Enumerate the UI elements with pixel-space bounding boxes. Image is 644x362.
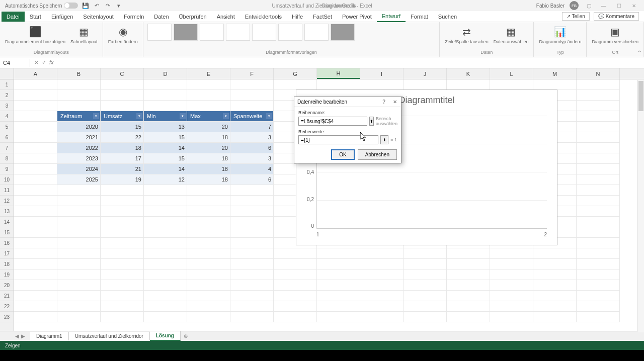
style-thumb-8[interactable]: [331, 24, 355, 41]
tab-formeln[interactable]: Formeln: [119, 12, 149, 22]
cell[interactable]: [404, 312, 447, 322]
cell[interactable]: [274, 248, 317, 259]
cell[interactable]: [533, 280, 577, 291]
cell[interactable]: 20: [187, 143, 230, 153]
cell[interactable]: [101, 238, 144, 248]
cell[interactable]: [230, 259, 274, 269]
cell[interactable]: 14: [144, 164, 187, 174]
cell[interactable]: [14, 269, 57, 280]
cell[interactable]: [230, 185, 274, 196]
col-head-I[interactable]: I: [360, 68, 404, 79]
cell[interactable]: 15: [101, 122, 144, 132]
toggle-switch[interactable]: [64, 3, 78, 9]
tab-einfuegen[interactable]: Einfügen: [46, 12, 78, 22]
cell[interactable]: [144, 259, 187, 269]
col-head-B[interactable]: B: [57, 68, 101, 79]
cell[interactable]: [144, 227, 187, 238]
cell[interactable]: [14, 259, 57, 269]
cell[interactable]: 18: [187, 164, 230, 174]
col-head-F[interactable]: F: [230, 68, 274, 79]
cell[interactable]: [404, 248, 447, 259]
cell[interactable]: [187, 196, 230, 206]
cell[interactable]: [101, 269, 144, 280]
cell[interactable]: 21: [101, 164, 144, 174]
cell[interactable]: [144, 101, 187, 111]
autosave-toggle[interactable]: Automatisches Speichern: [5, 3, 78, 9]
row-head-20[interactable]: 20: [0, 280, 14, 291]
dialog-titlebar[interactable]: Datenreihe bearbeiten ? ✕: [294, 97, 401, 107]
range-selector-icon[interactable]: ⬆: [380, 135, 388, 144]
cell[interactable]: [274, 291, 317, 301]
close-icon[interactable]: ✕: [629, 2, 639, 9]
cell[interactable]: [101, 301, 144, 312]
cell[interactable]: [533, 312, 577, 322]
cell[interactable]: [144, 238, 187, 248]
cell[interactable]: [577, 132, 620, 143]
cell[interactable]: [360, 79, 404, 90]
dialog-help-icon[interactable]: ?: [379, 98, 389, 106]
cell[interactable]: 13: [144, 122, 187, 132]
series-name-input[interactable]: [298, 117, 367, 126]
row-head-6[interactable]: 6: [0, 132, 14, 143]
cell[interactable]: 2022: [57, 143, 101, 153]
cell[interactable]: 4: [230, 164, 274, 174]
cell[interactable]: 18: [187, 174, 230, 185]
cell[interactable]: [57, 291, 101, 301]
minimize-icon[interactable]: —: [599, 2, 609, 9]
cell[interactable]: [447, 291, 490, 301]
cell[interactable]: 12: [144, 174, 187, 185]
cell[interactable]: [144, 79, 187, 90]
col-head-A[interactable]: A: [14, 68, 57, 79]
cell[interactable]: [57, 238, 101, 248]
cell[interactable]: [274, 312, 317, 322]
cell[interactable]: [490, 280, 533, 291]
cell[interactable]: [274, 280, 317, 291]
row-head-18[interactable]: 18: [0, 259, 14, 269]
cell[interactable]: Max▾: [187, 111, 230, 122]
cell[interactable]: [144, 269, 187, 280]
cell[interactable]: [14, 196, 57, 206]
row-head-15[interactable]: 15: [0, 227, 14, 238]
change-chart-type-button[interactable]: 📊Diagrammtyp ändern: [538, 24, 582, 46]
cell[interactable]: [144, 217, 187, 227]
cell[interactable]: [57, 280, 101, 291]
tab-ansicht[interactable]: Ansicht: [212, 12, 240, 22]
cell[interactable]: [360, 291, 404, 301]
style-thumb-7[interactable]: [304, 24, 329, 41]
tab-format[interactable]: Format: [406, 12, 433, 22]
tab-ueberpruefen[interactable]: Überprüfen: [174, 12, 212, 22]
cell[interactable]: [577, 196, 620, 206]
row-head-8[interactable]: 8: [0, 153, 14, 164]
cell[interactable]: [360, 259, 404, 269]
cell[interactable]: [230, 269, 274, 280]
cell[interactable]: [230, 312, 274, 322]
row-head-23[interactable]: 23: [0, 312, 14, 322]
cell[interactable]: [57, 185, 101, 196]
add-chart-element-button[interactable]: ⬛Diagrammelement hinzufügen: [4, 24, 66, 46]
row-head-2[interactable]: 2: [0, 90, 14, 101]
cell[interactable]: 15: [144, 132, 187, 143]
cell[interactable]: Min▾: [144, 111, 187, 122]
cell[interactable]: [404, 291, 447, 301]
cell[interactable]: 6: [230, 143, 274, 153]
cell[interactable]: [14, 153, 57, 164]
col-head-K[interactable]: K: [447, 68, 490, 79]
cell[interactable]: [577, 111, 620, 122]
cell[interactable]: [230, 196, 274, 206]
select-all-corner[interactable]: [0, 68, 14, 79]
col-head-H[interactable]: H: [317, 68, 360, 79]
cell[interactable]: [14, 301, 57, 312]
cell[interactable]: [187, 101, 230, 111]
cell[interactable]: [101, 185, 144, 196]
cell[interactable]: [101, 217, 144, 227]
col-head-L[interactable]: L: [490, 68, 533, 79]
cell[interactable]: [187, 259, 230, 269]
style-thumb-1[interactable]: [147, 24, 172, 41]
cell[interactable]: [577, 174, 620, 185]
cell[interactable]: [533, 301, 577, 312]
cell[interactable]: [101, 248, 144, 259]
name-box[interactable]: C4: [0, 59, 30, 67]
cell[interactable]: [360, 312, 404, 322]
cell[interactable]: [577, 248, 620, 259]
cell[interactable]: [360, 301, 404, 312]
